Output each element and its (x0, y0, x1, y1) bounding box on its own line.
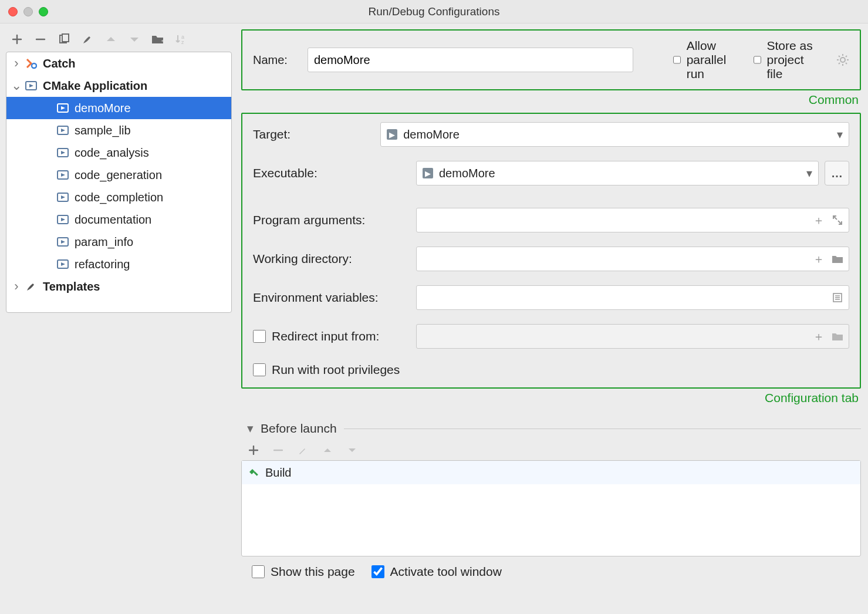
copy-config-button[interactable] (58, 33, 70, 46)
configuration-section: Target: ▶demoMore ▾ Executable: ▶demoMor… (241, 113, 861, 389)
tree-item[interactable]: code_completion (6, 186, 231, 208)
env-vars-input[interactable] (416, 285, 849, 310)
redirect-input-field: ＋ (416, 324, 849, 349)
maximize-window-button[interactable] (39, 7, 48, 16)
plus-icon[interactable]: ＋ (812, 251, 825, 267)
allow-parallel-label: Allow parallel run (687, 39, 734, 81)
target-icon: ▶ (387, 129, 397, 140)
move-down-button[interactable] (128, 33, 141, 46)
target-select[interactable]: ▶demoMore ▾ (380, 122, 849, 147)
show-this-page-checkbox[interactable]: Show this page (252, 565, 355, 579)
env-vars-label: Environment variables: (253, 291, 416, 305)
executable-icon: ▶ (423, 168, 433, 178)
target-label: Target: (253, 127, 380, 141)
run-icon (57, 169, 69, 181)
executable-value: demoMore (439, 167, 495, 180)
plus-icon[interactable]: ＋ (812, 212, 825, 228)
redirect-input-checkbox[interactable]: Redirect input from: (253, 329, 416, 343)
run-icon (57, 124, 69, 136)
folder-button[interactable]: + (151, 33, 164, 46)
svg-point-15 (840, 58, 845, 62)
program-args-label: Program arguments: (253, 213, 416, 227)
remove-config-button[interactable] (34, 33, 47, 46)
expand-icon[interactable] (831, 215, 844, 225)
activate-tool-window-checkbox[interactable]: Activate tool window (371, 565, 502, 579)
before-launch-label: Before launch (261, 421, 337, 436)
name-input[interactable] (308, 48, 633, 72)
common-section: Name: Allow parallel run Store as projec… (241, 29, 861, 90)
svg-text:z: z (181, 39, 184, 45)
before-launch-toolbar (241, 440, 861, 460)
before-launch-list[interactable]: Build (241, 460, 861, 556)
gear-icon[interactable] (836, 53, 849, 66)
tree-group[interactable]: ›Templates (6, 275, 231, 298)
allow-parallel-checkbox[interactable]: Allow parallel run (673, 39, 734, 81)
move-task-down-button[interactable] (346, 444, 359, 457)
tree-item[interactable]: sample_lib (6, 119, 231, 141)
close-window-button[interactable] (8, 7, 18, 16)
run-icon (57, 214, 69, 225)
folder-icon (831, 332, 844, 340)
configuration-caption: Configuration tab (244, 391, 859, 405)
executable-browse-button[interactable]: … (825, 161, 849, 185)
add-task-button[interactable] (247, 444, 260, 457)
before-launch-header[interactable]: ▾ Before launch (247, 421, 861, 436)
minimize-window-button[interactable] (23, 7, 33, 16)
plus-icon: ＋ (812, 329, 825, 345)
tree-item[interactable]: demoMore (6, 97, 231, 119)
tree-item[interactable]: code_generation (6, 164, 231, 186)
tree-item[interactable]: code_analysis (6, 141, 231, 164)
svg-text:+: + (161, 37, 164, 45)
configurations-tree[interactable]: ›Catch⌄CMake ApplicationdemoMoresample_l… (6, 52, 232, 313)
sort-az-button[interactable]: az (175, 33, 188, 46)
tree-item-label: Catch (43, 57, 76, 70)
move-up-button[interactable] (104, 33, 117, 46)
program-args-input[interactable]: ＋ (416, 208, 849, 232)
root-privileges-checkbox[interactable]: Run with root privileges (253, 363, 400, 377)
svg-point-5 (32, 63, 36, 68)
task-label: Build (265, 466, 291, 480)
move-task-up-button[interactable] (321, 444, 334, 457)
run-icon (57, 191, 69, 203)
edit-defaults-button[interactable] (81, 33, 94, 46)
list-icon[interactable] (831, 293, 844, 302)
store-label: Store as project file (767, 39, 820, 81)
catch-icon (25, 58, 37, 69)
tree-item-label: code_completion (75, 191, 163, 204)
svg-rect-1 (62, 34, 69, 42)
wrench-icon (25, 281, 37, 292)
tree-item[interactable]: param_info (6, 231, 231, 253)
tree-group[interactable]: ›Catch (6, 52, 231, 75)
activate-tool-window-label: Activate tool window (390, 565, 502, 579)
working-dir-label: Working directory: (253, 252, 416, 266)
hammer-icon (248, 467, 259, 478)
disclosure-icon: › (11, 56, 22, 71)
tree-item[interactable]: documentation (6, 208, 231, 231)
configurations-toolbar: + az (6, 29, 232, 52)
folder-icon[interactable] (831, 255, 844, 263)
tree-item-label: CMake Application (43, 79, 147, 93)
window-title: Run/Debug Configurations (0, 5, 868, 18)
disclosure-icon: › (11, 279, 22, 294)
working-dir-input[interactable]: ＋ (416, 247, 849, 271)
run-icon (57, 147, 69, 158)
run-icon (57, 102, 69, 114)
svg-rect-17 (254, 471, 258, 476)
executable-select[interactable]: ▶demoMore ▾ (416, 161, 819, 185)
before-launch-task[interactable]: Build (242, 461, 860, 484)
divider (344, 429, 861, 429)
tree-item-label: demoMore (75, 102, 131, 115)
edit-task-button[interactable] (296, 444, 309, 457)
tree-item[interactable]: refactoring (6, 253, 231, 275)
chevron-down-icon: ▾ (806, 166, 812, 180)
add-config-button[interactable] (11, 33, 23, 46)
remove-task-button[interactable] (272, 444, 285, 457)
window-controls (8, 7, 48, 16)
tree-item-label: code_generation (75, 168, 162, 182)
show-this-page-label: Show this page (271, 565, 355, 579)
run-icon (25, 80, 37, 92)
store-as-project-file-checkbox[interactable]: Store as project file (754, 39, 820, 81)
redirect-input-label: Redirect input from: (272, 329, 379, 343)
tree-group[interactable]: ⌄CMake Application (6, 75, 231, 97)
tree-item-label: sample_lib (75, 124, 131, 137)
